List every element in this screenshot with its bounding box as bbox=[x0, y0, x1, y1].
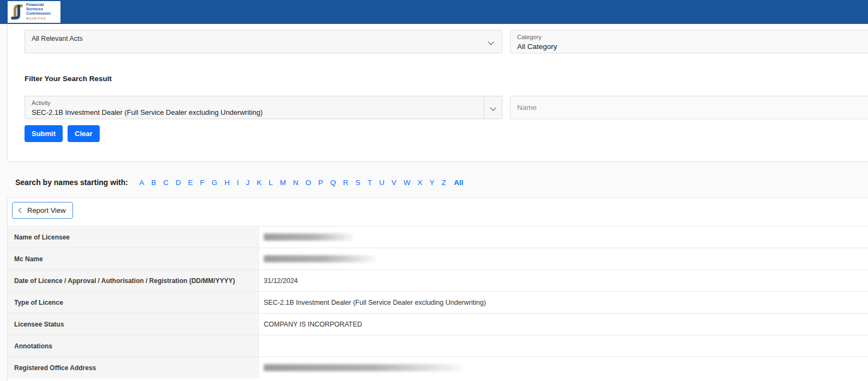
clear-button[interactable]: Clear bbox=[68, 125, 100, 142]
table-row: Mc Name bbox=[8, 248, 868, 269]
alphabet-letter-v[interactable]: V bbox=[391, 179, 396, 187]
alphabet-letter-o[interactable]: O bbox=[306, 179, 312, 187]
alphabet-letter-l[interactable]: L bbox=[269, 179, 273, 187]
redacted-value bbox=[264, 233, 354, 241]
table-row: Registered Office Address bbox=[8, 357, 868, 378]
table-row: Type of LicenceSEC-2.1B Investment Deale… bbox=[8, 291, 868, 313]
activity-select[interactable]: Activity SEC-2.1B Investment Dealer (Ful… bbox=[25, 96, 502, 119]
header-bar: Financial Services Commission MAURITIUS bbox=[0, 0, 868, 24]
activity-value: SEC-2.1B Investment Dealer (Full Service… bbox=[32, 108, 263, 116]
alphabet-letter-all[interactable]: All bbox=[454, 179, 463, 187]
alphabet-letter-u[interactable]: U bbox=[379, 179, 385, 187]
alphabet-letter-c[interactable]: C bbox=[163, 179, 168, 187]
chevron-left-icon bbox=[19, 208, 24, 213]
relevant-acts-value: All Relevant Acts bbox=[32, 35, 83, 42]
logo-country: MAURITIUS bbox=[26, 17, 51, 21]
alphabet-letter-w[interactable]: W bbox=[403, 179, 410, 187]
alphabet-letter-b[interactable]: B bbox=[151, 179, 156, 187]
report-panel: Report View Name of LicenseeMc NameDate … bbox=[7, 198, 868, 381]
alphabet-letter-i[interactable]: I bbox=[237, 179, 239, 187]
row-value bbox=[259, 335, 868, 357]
filter-panel: All Relevant Acts Category All Category … bbox=[7, 24, 868, 162]
table-row: Annotations bbox=[8, 335, 868, 357]
alphabet-letter-g[interactable]: G bbox=[211, 179, 217, 187]
name-field-wrap bbox=[510, 96, 868, 119]
alphabet-letter-p[interactable]: P bbox=[318, 179, 323, 187]
fsc-logo[interactable]: Financial Services Commission MAURITIUS bbox=[8, 1, 60, 23]
redacted-value bbox=[264, 364, 463, 371]
alphabet-letter-s[interactable]: S bbox=[355, 179, 360, 187]
row-label: Name of Licensee bbox=[8, 226, 259, 248]
alphabet-letter-t[interactable]: T bbox=[367, 179, 372, 187]
alphabet-letter-q[interactable]: Q bbox=[330, 179, 336, 187]
name-input[interactable] bbox=[510, 96, 868, 119]
alphabet-letter-a[interactable]: A bbox=[139, 179, 144, 187]
row-value bbox=[259, 357, 868, 378]
table-row: Date of Licence / Approval / Authorisati… bbox=[8, 269, 868, 291]
table-row: Name of Licensee bbox=[8, 226, 868, 248]
activity-select-arrow[interactable] bbox=[484, 96, 502, 119]
alphabet-letter-x[interactable]: X bbox=[417, 179, 422, 187]
category-value: All Category bbox=[517, 42, 557, 51]
report-view-button[interactable]: Report View bbox=[12, 202, 73, 219]
alphabet-letter-e[interactable]: E bbox=[188, 179, 193, 187]
row-label: Mc Name bbox=[8, 248, 259, 269]
alphabet-letter-d[interactable]: D bbox=[175, 179, 181, 187]
filter-section-title: Filter Your Search Result bbox=[25, 75, 112, 83]
row-value: 31/12/2024 bbox=[259, 270, 868, 291]
alphabet-letter-r[interactable]: R bbox=[343, 179, 349, 187]
alphabet-letter-y[interactable]: Y bbox=[429, 179, 434, 187]
row-value bbox=[259, 248, 868, 269]
submit-button[interactable]: Submit bbox=[25, 125, 63, 142]
alphabet-links: ABCDEFGHIJKLMNOPQRSTUVWXYZAll bbox=[136, 177, 467, 187]
row-label: Licensee Status bbox=[8, 314, 259, 335]
row-value: COMPANY IS INCORPORATED bbox=[259, 314, 868, 335]
alphabet-letter-n[interactable]: N bbox=[293, 179, 299, 187]
alphabet-letter-m[interactable]: M bbox=[280, 179, 286, 187]
activity-label: Activity bbox=[32, 100, 51, 106]
alphabet-letter-h[interactable]: H bbox=[224, 179, 230, 187]
licensee-table: Name of LicenseeMc NameDate of Licence /… bbox=[8, 226, 868, 378]
row-label: Registered Office Address bbox=[8, 357, 259, 378]
row-label: Type of Licence bbox=[8, 292, 259, 313]
report-view-label: Report View bbox=[27, 206, 66, 214]
fsc-logo-text: Financial Services Commission MAURITIUS bbox=[26, 3, 51, 21]
row-value bbox=[259, 226, 868, 248]
row-label: Annotations bbox=[8, 335, 259, 357]
redacted-value bbox=[264, 255, 375, 262]
logo-line: Commission bbox=[26, 11, 51, 16]
category-select[interactable]: Category All Category bbox=[510, 30, 868, 53]
alphabet-letter-z[interactable]: Z bbox=[441, 179, 446, 187]
filter-buttons: Submit Clear bbox=[25, 125, 100, 142]
alphabet-search-row: Search by names starting with: ABCDEFGHI… bbox=[15, 177, 467, 187]
table-row: Licensee StatusCOMPANY IS INCORPORATED bbox=[8, 313, 868, 335]
alphabet-letter-j[interactable]: J bbox=[246, 179, 250, 187]
chevron-down-icon bbox=[490, 105, 496, 110]
category-label: Category bbox=[517, 34, 542, 40]
alphabet-label: Search by names starting with: bbox=[15, 178, 128, 187]
row-label: Date of Licence / Approval / Authorisati… bbox=[8, 270, 259, 291]
row-value: SEC-2.1B Investment Dealer (Full Service… bbox=[259, 292, 868, 313]
relevant-acts-select[interactable]: All Relevant Acts bbox=[25, 30, 502, 53]
alphabet-letter-f[interactable]: F bbox=[200, 179, 204, 187]
chevron-down-icon bbox=[488, 39, 494, 45]
fsc-logo-mark bbox=[10, 3, 24, 21]
alphabet-letter-k[interactable]: K bbox=[257, 179, 262, 187]
